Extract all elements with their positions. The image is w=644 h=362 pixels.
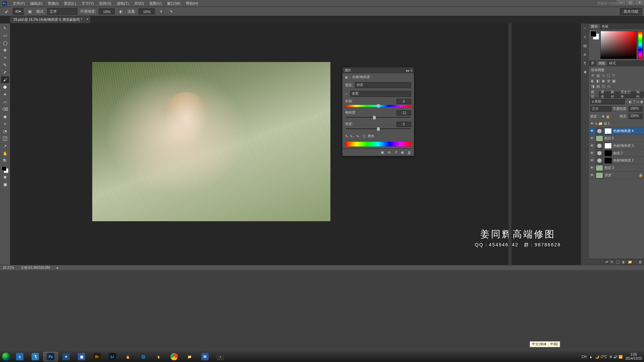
visibility-icon[interactable]: 👁 <box>590 159 594 162</box>
swatches-tab[interactable]: 色板 <box>600 24 610 29</box>
dock-icon-3[interactable]: ▤ <box>583 44 587 48</box>
lock-all-icon[interactable]: 🔒 <box>606 115 610 118</box>
taskbar-app5[interactable]: ▦ <box>74 352 89 361</box>
mask-icon[interactable]: ◯ <box>616 260 620 264</box>
dock-icon-4[interactable]: A <box>584 53 586 57</box>
healing-tool[interactable]: ✐ <box>1 69 9 76</box>
visibility-icon[interactable]: 👁 <box>590 173 594 177</box>
airbrush-icon[interactable]: ✈ <box>157 8 165 15</box>
pressure-size-icon[interactable]: ✎ <box>167 8 175 15</box>
hue-value[interactable]: 0 <box>396 99 411 104</box>
taskbar-word[interactable]: W <box>198 352 212 361</box>
dodge-tool[interactable]: ✧ <box>1 121 9 127</box>
layer-row-selected[interactable]: 👁色相/饱和度 4 <box>589 127 644 135</box>
lasso-tool[interactable]: ◯ <box>1 40 9 46</box>
panel-scroll[interactable] <box>508 23 512 265</box>
adj-levels-icon[interactable]: ▥ <box>596 73 600 78</box>
panel-menu-icon[interactable]: ▸▸ ≡ <box>406 69 413 72</box>
lightness-slider[interactable] <box>345 128 411 130</box>
pressure-opacity-icon[interactable]: ◐ <box>117 8 125 15</box>
stamp-tool[interactable]: ⯃ <box>1 84 9 90</box>
lightness-value[interactable]: 0 <box>396 122 411 127</box>
finger-icon[interactable]: ☞ <box>345 92 348 96</box>
adj-bw-icon[interactable]: ◧ <box>596 79 600 83</box>
filter-adj-icon[interactable]: ◐ <box>629 100 632 104</box>
marquee-tool[interactable]: ▭ <box>1 32 9 39</box>
canvas-area[interactable]: 姜同辉高端修图 QQ：454946742 群：98786628 属性 ▸▸ ≡ … <box>10 23 581 265</box>
close-tab-icon[interactable]: × <box>86 17 88 21</box>
delete-adj-icon[interactable]: 🗑 <box>408 150 411 155</box>
taskbar-clock[interactable]: 1:052014/12/25 <box>625 353 642 361</box>
taskbar-lightroom[interactable]: Lr <box>105 352 120 361</box>
menu-3d[interactable]: 3D(D) <box>131 0 147 7</box>
taskbar-chrome[interactable] <box>167 352 181 361</box>
screen-mode-icon[interactable]: ▣ <box>1 181 9 188</box>
adj-lookup-icon[interactable]: ▦ <box>612 79 615 83</box>
tray-icon[interactable]: ▲ <box>589 355 593 359</box>
fill-input[interactable]: 100% <box>629 114 643 119</box>
quick-select-tool[interactable]: ✥ <box>1 47 9 54</box>
taskbar-app14[interactable]: ▪ <box>213 352 228 361</box>
doc-size-display[interactable]: 文档:63.3M/160.6M <box>21 265 50 270</box>
menu-view[interactable]: 视图(V) <box>147 0 164 7</box>
fx-icon[interactable]: fx <box>611 260 613 264</box>
filter-pixel-icon[interactable]: ▫ <box>626 100 628 104</box>
taskbar-bridge[interactable]: Br <box>90 352 104 361</box>
adj-mixer-icon[interactable]: ⊞ <box>607 79 610 83</box>
visibility-icon[interactable]: 👁 <box>590 166 594 170</box>
eyedropper-3-icon[interactable]: ✎₋ <box>356 134 361 138</box>
blur-tool[interactable]: ◉ <box>1 113 9 120</box>
start-button[interactable] <box>0 351 12 362</box>
hand-tool[interactable]: ✋ <box>1 150 9 157</box>
ime-indicator[interactable]: CH <box>582 355 586 359</box>
menu-edit[interactable]: 编辑(E) <box>28 0 45 7</box>
channel-select[interactable]: 全图 <box>350 91 411 97</box>
taskbar-app9[interactable]: 🌐 <box>136 352 151 361</box>
pen-tool[interactable]: ◔ <box>1 128 9 135</box>
adj-exposure-icon[interactable]: ☐ <box>607 73 610 78</box>
new-group-icon[interactable]: 📁 <box>628 260 632 264</box>
menu-type[interactable]: 文字(Y) <box>79 0 97 7</box>
layer-row[interactable]: 👁色相/饱和度 3 <box>589 142 644 149</box>
adj-curves-icon[interactable]: ∿ <box>602 73 605 78</box>
taskbar-app8[interactable]: 🔥 <box>120 352 135 361</box>
workspace-switcher[interactable]: 基本功能 <box>620 8 642 15</box>
adj-posterize-icon[interactable]: ▤ <box>596 84 600 88</box>
tray-icons[interactable]: ⚙ 🔊 📶 <box>609 355 623 359</box>
visibility-icon[interactable]: 👁 <box>590 129 594 133</box>
adj-gradmap-icon[interactable]: ▭ <box>607 84 610 88</box>
dock-icon-6[interactable]: ✺ <box>584 70 587 74</box>
eraser-tool[interactable]: ▱ <box>1 99 9 105</box>
window-minimize[interactable]: ─ <box>616 0 625 5</box>
history-brush-tool[interactable]: ✦ <box>1 91 9 98</box>
type-tool[interactable]: 🅃 <box>1 135 9 142</box>
eyedropper-1-icon[interactable]: ✎ <box>345 134 348 138</box>
clip-icon[interactable]: ▣ <box>381 150 384 155</box>
color-swatch[interactable] <box>2 166 8 173</box>
colorize-checkbox[interactable]: ☐ <box>363 134 366 138</box>
layer-opacity-input[interactable]: 100% <box>629 106 643 112</box>
eyedropper-2-icon[interactable]: ✎₊ <box>350 134 354 138</box>
taskbar-app2[interactable]: 飞 <box>28 352 43 361</box>
color-range-bar[interactable] <box>345 142 411 146</box>
taskbar-qq[interactable]: 🐧 <box>151 352 166 361</box>
prev-icon[interactable]: 👁 <box>387 150 391 155</box>
taskbar-ie[interactable]: e <box>12 352 27 361</box>
adj-vibrance-icon[interactable]: ▽ <box>612 73 615 78</box>
menu-select[interactable]: 选择(S) <box>96 0 114 7</box>
window-close[interactable]: ✕ <box>635 0 644 5</box>
opacity-input[interactable]: 10% <box>99 8 115 14</box>
library-tab[interactable]: 库 <box>589 61 596 66</box>
new-adj-icon[interactable]: ◐ <box>622 260 625 264</box>
menu-file[interactable]: 文件(F) <box>10 0 28 7</box>
toggle-visibility-icon[interactable]: ◉ <box>401 150 404 155</box>
adj-threshold-icon[interactable]: ◫ <box>602 84 605 88</box>
brush-panel-icon[interactable]: ▦ <box>26 8 34 15</box>
status-arrow-icon[interactable]: ▸ <box>57 266 58 269</box>
saturation-value[interactable]: -11 <box>396 110 411 116</box>
adj-photofilter-icon[interactable]: ◉ <box>602 79 605 83</box>
document-canvas[interactable] <box>92 62 330 221</box>
window-restore[interactable]: ◱ <box>626 0 635 5</box>
adj-hue-icon[interactable]: ◐ <box>591 79 594 83</box>
visibility-icon[interactable]: 👁 <box>590 136 594 140</box>
